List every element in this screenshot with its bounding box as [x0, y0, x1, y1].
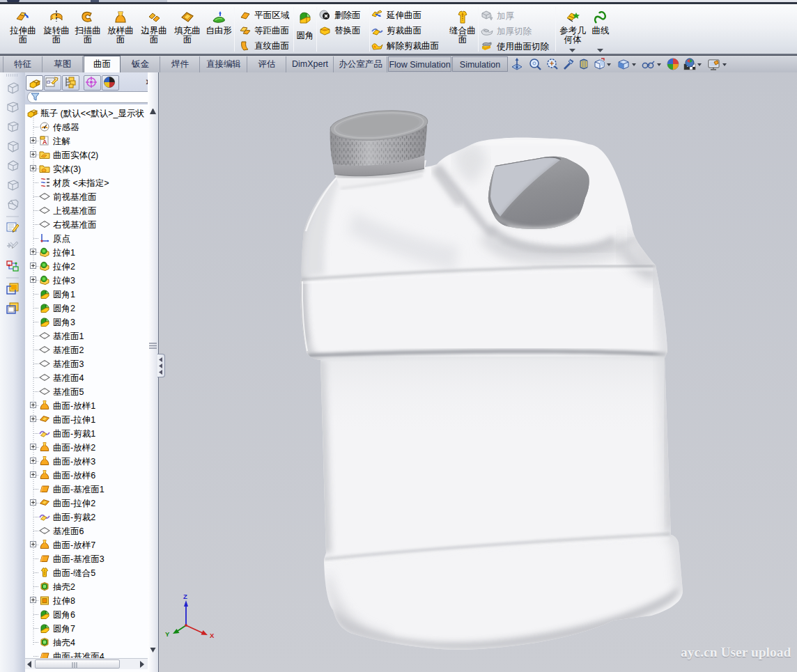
svg-text:A: A [42, 139, 47, 146]
svg-text:Y: Y [165, 630, 170, 638]
svg-text:X: X [210, 632, 215, 639]
svg-text:Z: Z [183, 593, 187, 600]
